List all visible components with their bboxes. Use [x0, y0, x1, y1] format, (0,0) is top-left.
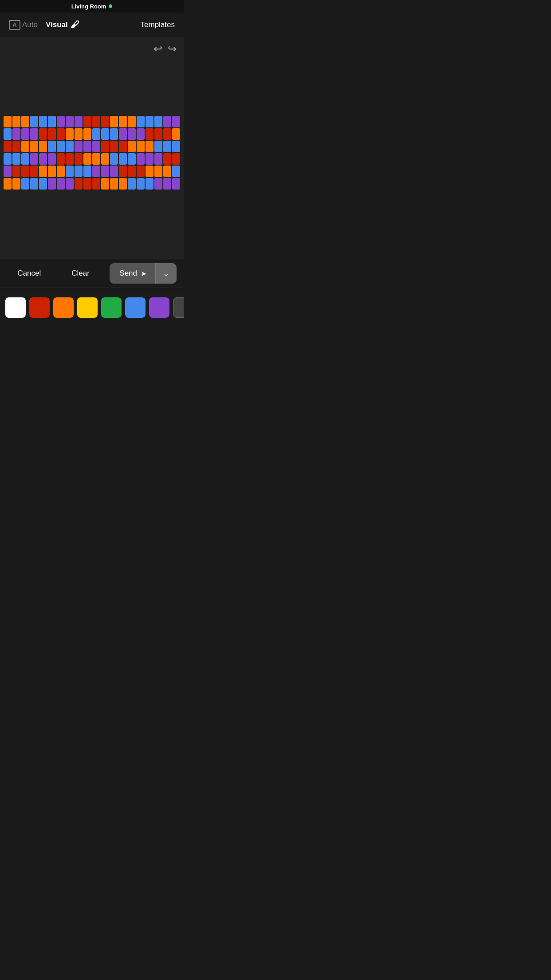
tile[interactable]: [39, 116, 47, 127]
tile[interactable]: [101, 141, 109, 152]
tile[interactable]: [119, 141, 127, 152]
tile[interactable]: [146, 166, 153, 177]
tile[interactable]: [128, 128, 136, 140]
tile[interactable]: [12, 178, 20, 190]
tile[interactable]: [12, 128, 20, 140]
tile[interactable]: [154, 153, 162, 165]
tile[interactable]: [12, 153, 20, 165]
tile[interactable]: [83, 116, 91, 127]
tile[interactable]: [163, 116, 171, 127]
tile[interactable]: [83, 153, 91, 165]
tile[interactable]: [172, 166, 180, 177]
color-purple[interactable]: [149, 297, 169, 318]
tile[interactable]: [66, 128, 74, 140]
tile[interactable]: [137, 141, 145, 152]
tile[interactable]: [163, 141, 171, 152]
cancel-button[interactable]: Cancel: [7, 269, 51, 278]
tile[interactable]: [12, 141, 20, 152]
tile[interactable]: [30, 116, 38, 127]
tile[interactable]: [137, 166, 145, 177]
tile[interactable]: [30, 166, 38, 177]
canvas-area[interactable]: ↩ ↪: [0, 37, 184, 259]
tile[interactable]: [12, 166, 20, 177]
tile[interactable]: [48, 128, 56, 140]
tile[interactable]: [110, 141, 118, 152]
tile[interactable]: [101, 178, 109, 190]
tile[interactable]: [39, 166, 47, 177]
tile[interactable]: [39, 128, 47, 140]
tile[interactable]: [92, 116, 100, 127]
tile[interactable]: [110, 128, 118, 140]
tile[interactable]: [83, 178, 91, 190]
tile[interactable]: [110, 153, 118, 165]
tile-grid[interactable]: [4, 116, 180, 190]
tile[interactable]: [66, 166, 74, 177]
tile[interactable]: [92, 128, 100, 140]
tile[interactable]: [21, 166, 29, 177]
tile[interactable]: [21, 178, 29, 190]
tile[interactable]: [163, 153, 171, 165]
tile[interactable]: [128, 116, 136, 127]
tile[interactable]: [21, 128, 29, 140]
tile[interactable]: [101, 116, 109, 127]
tile[interactable]: [172, 153, 180, 165]
tile[interactable]: [30, 128, 38, 140]
tile[interactable]: [4, 166, 12, 177]
undo-button[interactable]: ↩: [153, 43, 162, 55]
tile[interactable]: [154, 178, 162, 190]
tile[interactable]: [110, 178, 118, 190]
tile[interactable]: [48, 116, 56, 127]
tile[interactable]: [39, 178, 47, 190]
tile[interactable]: [4, 141, 12, 152]
tile[interactable]: [101, 153, 109, 165]
tile[interactable]: [21, 153, 29, 165]
tile[interactable]: [128, 153, 136, 165]
tile[interactable]: [119, 178, 127, 190]
tile[interactable]: [137, 178, 145, 190]
tile[interactable]: [57, 141, 65, 152]
tile[interactable]: [137, 153, 145, 165]
tile[interactable]: [119, 116, 127, 127]
tile[interactable]: [57, 116, 65, 127]
tile[interactable]: [128, 178, 136, 190]
tile[interactable]: [146, 178, 153, 190]
tile[interactable]: [128, 141, 136, 152]
tile[interactable]: [154, 141, 162, 152]
tile[interactable]: [92, 141, 100, 152]
tile[interactable]: [4, 116, 12, 127]
send-button[interactable]: Send ➤: [110, 263, 156, 284]
tile[interactable]: [163, 166, 171, 177]
tile[interactable]: [146, 141, 153, 152]
tile[interactable]: [4, 178, 12, 190]
color-red[interactable]: [29, 297, 50, 318]
tile[interactable]: [30, 178, 38, 190]
tile[interactable]: [83, 141, 91, 152]
tile[interactable]: [110, 166, 118, 177]
tile[interactable]: [163, 178, 171, 190]
tile[interactable]: [172, 141, 180, 152]
tile[interactable]: [75, 116, 83, 127]
tile[interactable]: [66, 116, 74, 127]
tile[interactable]: [66, 178, 74, 190]
color-blue[interactable]: [125, 297, 146, 318]
tile[interactable]: [57, 178, 65, 190]
send-chevron-button[interactable]: ⌄: [156, 263, 177, 284]
tile[interactable]: [48, 166, 56, 177]
color-green[interactable]: [101, 297, 122, 318]
tile[interactable]: [146, 153, 153, 165]
tile[interactable]: [101, 128, 109, 140]
color-yellow[interactable]: [77, 297, 98, 318]
tile[interactable]: [146, 128, 153, 140]
tile[interactable]: [30, 141, 38, 152]
tile[interactable]: [154, 128, 162, 140]
tile[interactable]: [83, 128, 91, 140]
tile[interactable]: [137, 116, 145, 127]
tile[interactable]: [66, 153, 74, 165]
tile[interactable]: [48, 178, 56, 190]
tile[interactable]: [21, 141, 29, 152]
tile[interactable]: [172, 128, 180, 140]
color-orange[interactable]: [53, 297, 74, 318]
tile[interactable]: [128, 166, 136, 177]
tile[interactable]: [75, 166, 83, 177]
tile[interactable]: [12, 116, 20, 127]
